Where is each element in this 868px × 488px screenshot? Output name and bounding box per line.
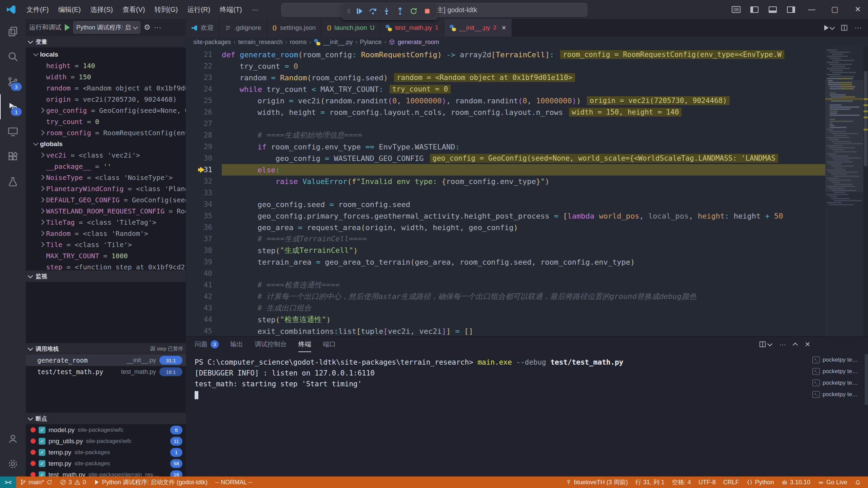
code-line[interactable]: 37# ====生成TerrainCell==== [186,233,825,245]
status-blueloveth-3-[interactable]: blueloveTH (3 周前) [562,476,632,488]
gear-icon[interactable]: ⚙ [144,23,151,32]
code-line[interactable]: 29if room_config.env_type == EnvType.WAS… [186,141,825,152]
toggle-secondary-sidebar-icon[interactable] [783,0,799,19]
activity-settings-gear-icon[interactable] [0,451,26,476]
code-line[interactable]: 34geo_config.seed = room_config.seed [186,199,825,210]
status--4[interactable]: 空格: 4 [668,476,695,488]
tab-__init__.py[interactable]: __init__.py2✕ [444,19,512,37]
menu-item-2[interactable]: 选择(S) [85,0,118,19]
checkbox-checked-icon[interactable]: ✓ [39,460,45,467]
code-line[interactable]: 24while try_count < MAX_TRY_COUNT:try_co… [186,83,825,95]
variables-section-header[interactable]: 变量 [26,36,186,47]
close-button[interactable]: ✕ [848,0,868,19]
line-number[interactable]: 28 [186,131,222,139]
minimize-button[interactable]: — [802,0,822,19]
activity-source-control-icon[interactable]: 3 [0,69,26,94]
line-number[interactable]: 42 [186,292,222,301]
line-number[interactable]: 21 [186,50,222,59]
panel-tab-端口[interactable]: 端口 [323,337,336,352]
code-line[interactable]: 21def generate_room(room_config: RoomReq… [186,49,825,60]
variable-row[interactable]: room_config = RoomRequestConfig(env_t… [26,127,186,138]
tab-launch.json[interactable]: {}launch.jsonU [321,19,380,37]
menu-item-5[interactable]: 运行(R) [182,0,215,19]
checkbox-checked-icon[interactable]: ✓ [39,438,45,445]
menu-item-6[interactable]: 终端(T) [215,0,247,19]
activity-search-icon[interactable] [0,44,26,69]
code-line[interactable]: 28# ====生成初始地理信息==== [186,129,825,141]
tab--[interactable]: 欢迎 [186,19,219,37]
status-go-live[interactable]: Go Live [814,476,851,488]
code-line[interactable]: 41# ====检查连通性==== [186,279,825,291]
status-3[interactable]: 30 [56,476,90,488]
step-out-button[interactable] [394,5,406,18]
restart-button[interactable] [408,5,419,18]
line-number[interactable]: 26 [186,108,222,116]
checkbox-checked-icon[interactable]: ✓ [39,427,45,433]
variable-row[interactable]: NoiseType = <class 'NoiseType'> [26,172,186,183]
more-actions-icon[interactable]: ··· [154,23,161,32]
maximize-panel-icon[interactable] [793,342,798,348]
menu-item-7[interactable]: ··· [247,0,263,19]
terminal-list-item[interactable]: >_pocketpy te… [812,389,863,400]
line-number[interactable]: 40 [186,269,222,278]
code-line[interactable]: 25origin = vec2i(random.randint(0, 10000… [186,95,825,106]
status-3-10-10[interactable]: 3.10.10 [778,476,814,488]
breadcrumb-item[interactable]: generate_room [398,39,439,46]
code-line[interactable]: 43# 生成出口组合 [186,302,825,314]
watch-section-header[interactable]: 监视 [26,270,186,282]
call-stack-frame[interactable]: test/test_math.pytest_math.py16:1 [26,366,186,378]
start-debug-icon[interactable] [65,24,70,31]
variable-row[interactable]: Tile = <class 'Tile'> [26,239,186,250]
code-line[interactable]: 22try_count = 0 [186,60,825,72]
toolbar-drag-handle[interactable]: ⠿ [346,10,352,13]
variable-row[interactable]: origin = vec2i(7205730, 9024468) [26,94,186,105]
tab-settings.json[interactable]: {}settings.json [267,19,321,37]
status-python[interactable]: Python [743,476,778,488]
checkbox-checked-icon[interactable]: ✓ [39,471,45,477]
code-line[interactable]: 30geo_config = WASTELAND_GEO_CONFIGgeo_c… [186,152,825,164]
line-number[interactable]: 25 [186,97,222,105]
code-line[interactable]: 38step("生成TerrainCell") [186,245,825,256]
line-number[interactable]: 24 [186,85,222,93]
breadcrumb-item[interactable]: terrain_research [238,39,282,46]
code-line[interactable]: 32raise ValueError(f"Invalid env type: {… [186,176,825,187]
terminal-output[interactable]: PS C:\computer_science\godot-ldtk\site-p… [195,357,812,472]
line-number[interactable]: 39 [186,258,222,266]
menu-item-0[interactable]: 文件(F) [22,0,54,19]
tab-test_math.py[interactable]: test_math.py1 [380,19,444,37]
status-python-godot-ldtk-[interactable]: Python 调试程序: 启动文件 (godot-ldtk) [90,476,211,488]
close-panel-icon[interactable]: ✕ [805,340,810,348]
breakpoint-row[interactable]: ✓temp.pysite-packages1 [26,447,186,458]
step-into-button[interactable] [381,5,392,18]
panel-tab-终端[interactable]: 终端 [298,337,311,352]
minimap[interactable] [825,47,863,336]
variables-group-globals[interactable]: globals [26,138,186,149]
variable-row[interactable]: PlanetaryWindConfig = <class 'Planeta… [26,183,186,194]
variable-row[interactable]: vec2i = <class 'vec2i'> [26,149,186,161]
activity-extensions-icon[interactable] [0,144,26,169]
variable-row[interactable]: geo_config = GeoConfig(seed=None, wor… [26,105,186,116]
code-line[interactable]: 33 [186,187,825,199]
keyboard-badge[interactable]: 08 [728,0,744,19]
breakpoints-section-header[interactable]: 断点 [26,413,186,424]
code-line[interactable]: 36geo_area = request_area(origin, width,… [186,222,825,233]
status-crlf[interactable]: CRLF [719,476,743,488]
call-stack-section-header[interactable]: 调用堆栈 因 step 已暂停 [26,343,186,354]
split-editor-icon[interactable] [841,24,848,31]
remote-indicator[interactable]: >< [0,476,16,488]
breakpoint-row[interactable]: ✓test_math.pysite-packages\terrain_res…1… [26,469,186,476]
breadcrumb-item[interactable]: __init__.py [323,39,353,46]
terminal-list-item[interactable]: >_pocketpy te… [812,366,863,377]
close-icon[interactable]: ✕ [501,24,506,32]
variable-row[interactable]: WASTELAND_ROOM_REQUEST_CONFIG = RoomR… [26,205,186,217]
terminal-list-scrollbar[interactable] [865,354,868,405]
code-line[interactable]: 26width, height = room_config.layout.n_c… [186,106,825,118]
editor-scrollbar[interactable] [863,47,868,336]
breakpoint-row[interactable]: ✓png_utils.pysite-packages\wfc11 [26,435,186,447]
code-line[interactable]: 40 [186,268,825,279]
line-number[interactable]: 22 [186,62,222,70]
activity-remote-explorer-icon[interactable] [0,119,26,144]
menu-item-4[interactable]: 转到(G) [150,0,183,19]
code-line[interactable]: 23random = Random(room_config.seed)rando… [186,72,825,83]
maximize-button[interactable]: ▢ [825,0,845,19]
